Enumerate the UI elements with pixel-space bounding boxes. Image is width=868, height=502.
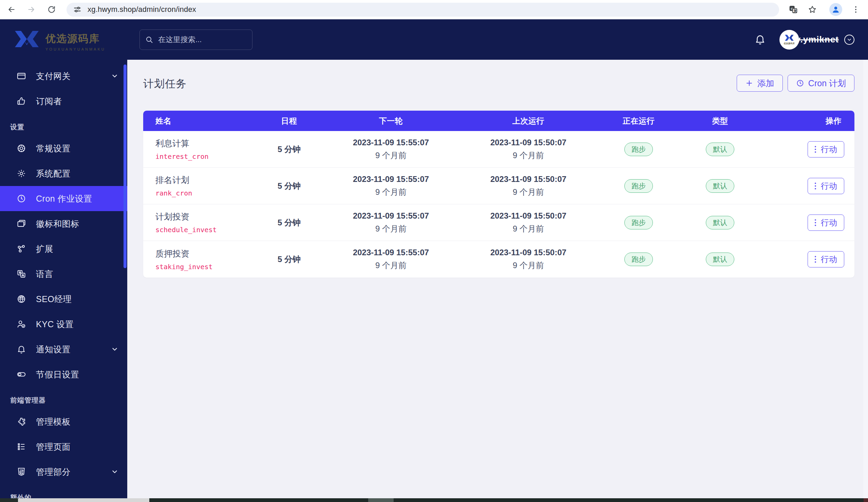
sidebar-section-label: 设置 xyxy=(0,114,127,136)
sidebar-item-layers[interactable]: 徽标和图标 xyxy=(0,211,127,236)
globe-icon xyxy=(16,294,27,304)
nodes-icon xyxy=(16,244,27,254)
table-row: 质押投资 staking_invest 5 分钟 2023-11-09 15:5… xyxy=(143,241,855,278)
job-schedule: 5 分钟 xyxy=(245,181,333,192)
address-bar[interactable]: xg.hwym.shop/admin/cron/index xyxy=(66,3,779,17)
username: y.ymiknet xyxy=(796,34,839,45)
browser-reload-icon[interactable] xyxy=(45,3,58,16)
table-row: 计划投资 schedule_invest 5 分钟 2023-11-09 15:… xyxy=(143,204,855,241)
next-run-cell: 2023-11-09 15:55:07 9 个月前 xyxy=(333,248,448,271)
gear-icon xyxy=(16,168,27,178)
cron-schedule-button[interactable]: Cron 计划 xyxy=(788,75,855,92)
list-icon xyxy=(16,442,27,452)
sidebar-item-html5[interactable]: 管理部分 xyxy=(0,459,127,484)
bookmark-star-icon[interactable] xyxy=(806,3,819,16)
table-row: 排名计划 rank_cron 5 分钟 2023-11-09 15:55:07 … xyxy=(143,168,855,204)
sidebar-item-toggle[interactable]: 节假日设置 xyxy=(0,362,127,387)
page-scrollbar-track[interactable] xyxy=(863,19,868,498)
sidebar-section-label: 前端管理器 xyxy=(0,387,127,409)
sidebar-item-credit-card[interactable]: 支付网关 xyxy=(0,63,127,89)
sidebar-item-label: 通知设置 xyxy=(36,344,71,355)
plus-icon xyxy=(745,79,753,87)
puzzle-icon xyxy=(16,417,27,427)
html5-icon xyxy=(16,467,27,477)
next-run-time: 2023-11-09 15:55:07 xyxy=(333,138,448,147)
user-avatar-text: 优选源码库 xyxy=(784,42,795,45)
sidebar-item-globe[interactable]: SEO经理 xyxy=(0,286,127,311)
last-run-cell: 2023-11-09 15:50:07 9 个月前 xyxy=(448,248,608,271)
kebab-dots-icon xyxy=(815,146,816,153)
sidebar-scrollbar-thumb[interactable] xyxy=(124,64,126,268)
running-status-badge: 跑步 xyxy=(624,179,653,193)
sidebar-item-label: 订阅者 xyxy=(36,96,62,107)
sidebar-item-user-check[interactable]: KYC 设置 xyxy=(0,311,127,337)
job-schedule: 5 分钟 xyxy=(245,144,333,155)
last-run-relative: 9 个月前 xyxy=(448,223,608,234)
sidebar-item-helm[interactable]: 常规设置 xyxy=(0,136,127,161)
next-run-cell: 2023-11-09 15:55:07 9 个月前 xyxy=(333,211,448,234)
sidebar-item-bell[interactable]: 通知设置 xyxy=(0,337,127,362)
sidebar-item-puzzle[interactable]: 管理模板 xyxy=(0,409,127,434)
thumbs-up-icon xyxy=(16,96,27,106)
last-run-time: 2023-11-09 15:50:07 xyxy=(448,248,608,257)
job-name: 排名计划 xyxy=(155,174,245,186)
sidebar-item-label: 语言 xyxy=(36,268,53,280)
next-run-time: 2023-11-09 15:55:07 xyxy=(333,211,448,221)
action-button[interactable]: 行动 xyxy=(808,251,844,267)
table-header-row: 姓名日程下一轮上次运行正在运行类型操作 xyxy=(143,111,855,131)
kebab-dots-icon xyxy=(815,256,816,263)
sidebar-item-label: 徽标和图标 xyxy=(36,218,80,229)
user-check-icon xyxy=(16,319,27,329)
last-run-relative: 9 个月前 xyxy=(448,260,608,271)
horizontal-scrollbar[interactable] xyxy=(0,498,868,502)
action-button[interactable]: 行动 xyxy=(808,215,844,231)
hscroll-thumb[interactable] xyxy=(18,498,149,502)
sidebar-item-label: Cron 作业设置 xyxy=(36,193,92,204)
browser-chrome: xg.hwym.shop/admin/cron/index xyxy=(0,0,868,19)
action-button[interactable]: 行动 xyxy=(808,141,844,157)
translate-icon[interactable] xyxy=(787,3,800,16)
next-run-relative: 9 个月前 xyxy=(333,223,448,234)
chevron-down-icon xyxy=(111,468,118,475)
brand-logo[interactable]: 优选源码库 YOUXUANYUANMAKU xyxy=(0,19,127,63)
sidebar-item-label: 管理模板 xyxy=(36,416,71,427)
sidebar-item-clock[interactable]: Cron 作业设置 xyxy=(0,186,127,211)
sidebar-item-gear[interactable]: 系统配置 xyxy=(0,161,127,186)
sidebar-item-label: 常规设置 xyxy=(36,143,71,154)
user-chevron-icon[interactable] xyxy=(844,34,855,45)
url-text[interactable]: xg.hwym.shop/admin/cron/index xyxy=(87,5,196,14)
sidebar-item-translate[interactable]: 语言 xyxy=(0,262,127,286)
bell-icon xyxy=(16,344,27,354)
last-run-cell: 2023-11-09 15:50:07 9 个月前 xyxy=(448,211,608,234)
notifications-bell-icon[interactable] xyxy=(754,34,766,46)
sidebar-item-list[interactable]: 管理页面 xyxy=(0,434,127,459)
add-button[interactable]: 添加 xyxy=(737,75,783,92)
type-badge: 默认 xyxy=(706,179,734,193)
browser-menu-icon[interactable] xyxy=(849,3,862,16)
sidebar-item-nodes[interactable]: 扩展 xyxy=(0,236,127,262)
sidebar-item-thumbs-up[interactable]: 订阅者 xyxy=(0,89,127,114)
site-settings-icon[interactable] xyxy=(73,5,82,14)
brand-subtitle: YOUXUANYUANMAKU xyxy=(45,47,105,51)
table-header-cell: 类型 xyxy=(669,116,771,126)
search-input[interactable] xyxy=(158,35,243,44)
browser-forward-icon[interactable] xyxy=(24,3,38,16)
sidebar-item-label: SEO经理 xyxy=(36,294,72,305)
browser-back-icon[interactable] xyxy=(5,3,18,16)
last-run-time: 2023-11-09 15:50:07 xyxy=(448,138,608,147)
action-button[interactable]: 行动 xyxy=(808,178,844,194)
kebab-dots-icon xyxy=(815,219,816,226)
clock-icon xyxy=(16,194,27,204)
browser-profile-avatar[interactable] xyxy=(829,3,842,16)
next-run-relative: 9 个月前 xyxy=(333,150,448,161)
table-header-cell: 日程 xyxy=(245,116,333,126)
table-header-cell: 姓名 xyxy=(143,116,245,126)
job-name: 利息计算 xyxy=(155,138,245,149)
user-menu[interactable]: 优选源码库 y.ymiknet xyxy=(779,30,855,50)
job-code: rank_cron xyxy=(155,189,245,197)
search-box[interactable] xyxy=(140,30,252,50)
table-header-cell: 操作 xyxy=(771,116,855,126)
helm-icon xyxy=(16,143,27,153)
topbar: 优选源码库 y.ymiknet xyxy=(127,19,868,60)
last-run-time: 2023-11-09 15:50:07 xyxy=(448,211,608,221)
